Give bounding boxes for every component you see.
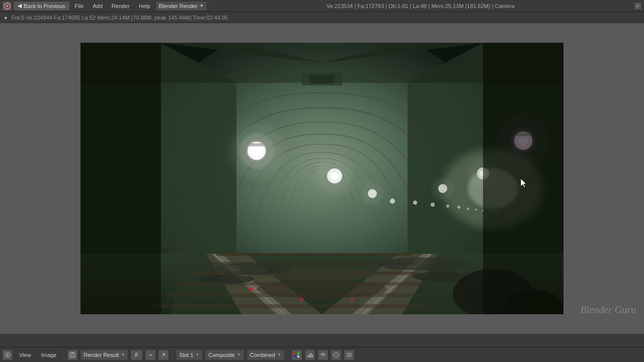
render-engine-dropdown[interactable]: Blender Render ▼ bbox=[155, 1, 207, 11]
render-menu[interactable]: Render bbox=[108, 1, 134, 11]
tunnel-render-svg bbox=[80, 43, 564, 314]
svg-rect-93 bbox=[309, 354, 310, 357]
top-menu-bar: ◀ Back to Previous File Add Render Help … bbox=[0, 0, 644, 12]
combined-arrow-icon: ▼ bbox=[277, 352, 281, 357]
info-bar: ● Fra:0 Ve:224944 Fa:174685 La:52 Mem:24… bbox=[0, 12, 644, 23]
waveform-icon bbox=[319, 351, 327, 358]
composite-arrow-icon: ▼ bbox=[237, 352, 241, 357]
properties-icon bbox=[346, 351, 353, 358]
svg-rect-78 bbox=[80, 43, 161, 314]
svg-rect-86 bbox=[71, 352, 74, 354]
blender-guru-logo: Blender Guru bbox=[580, 304, 636, 316]
vectorscope-icon-button[interactable] bbox=[331, 349, 342, 360]
info-dot-icon: ● bbox=[4, 15, 8, 21]
composite-label: Composite bbox=[208, 352, 235, 358]
svg-rect-89 bbox=[297, 352, 299, 354]
save-icon bbox=[69, 351, 76, 358]
remove-slot-button[interactable]: ✕ bbox=[158, 349, 169, 360]
svg-rect-79 bbox=[483, 43, 564, 314]
svg-point-1 bbox=[6, 5, 8, 7]
help-menu[interactable]: Help bbox=[135, 1, 154, 11]
dropdown-arrow-icon: ▼ bbox=[200, 4, 204, 8]
separator-3 bbox=[288, 350, 288, 360]
combined-label: Combined bbox=[250, 352, 275, 358]
vectorscope-icon bbox=[333, 351, 340, 358]
view-menu-bottom[interactable]: View bbox=[15, 350, 35, 360]
composite-dropdown[interactable]: Composite ▼ bbox=[205, 349, 245, 360]
channels-icon-button[interactable] bbox=[291, 349, 302, 360]
svg-rect-92 bbox=[307, 355, 308, 357]
bottom-bar: View Image Render Result ▼ F + ✕ Slot 1 … bbox=[0, 347, 644, 362]
maximize-button[interactable]: ⤢ bbox=[634, 2, 642, 10]
slot-label: Slot 1 bbox=[179, 352, 193, 358]
separator-1 bbox=[63, 350, 64, 360]
waveform-icon-button[interactable] bbox=[317, 349, 329, 360]
view-icon-button[interactable] bbox=[2, 349, 13, 360]
blender-icon-button[interactable] bbox=[2, 1, 12, 11]
svg-rect-94 bbox=[310, 353, 311, 357]
separator-2 bbox=[172, 350, 173, 360]
properties-icon-button[interactable] bbox=[344, 349, 355, 360]
svg-rect-88 bbox=[294, 352, 296, 354]
render-image[interactable] bbox=[80, 43, 564, 314]
add-slot-button[interactable]: + bbox=[145, 349, 156, 360]
svg-rect-95 bbox=[312, 354, 313, 357]
plus-icon: + bbox=[149, 352, 152, 358]
slot-dropdown[interactable]: Slot 1 ▼ bbox=[176, 349, 203, 360]
add-menu[interactable]: Add bbox=[89, 1, 107, 11]
top-stats: Ve:223534 | Fa:172793 | Ob:1-81 | La:48 … bbox=[208, 3, 633, 9]
back-to-previous-button[interactable]: ◀ Back to Previous bbox=[13, 1, 70, 11]
back-arrow-icon: ◀ bbox=[18, 3, 22, 9]
render-result-arrow-icon: ▼ bbox=[121, 352, 125, 357]
render-result-label: Render Result bbox=[84, 352, 119, 358]
svg-rect-82 bbox=[309, 74, 335, 83]
svg-rect-91 bbox=[297, 355, 299, 357]
render-engine-label: Blender Render bbox=[159, 3, 198, 9]
svg-rect-87 bbox=[71, 355, 74, 357]
histogram-icon-button[interactable] bbox=[304, 349, 315, 360]
view-icon bbox=[4, 351, 11, 358]
channels-icon bbox=[293, 351, 300, 358]
render-result-dropdown[interactable]: Render Result ▼ bbox=[80, 349, 128, 360]
image-menu-bottom[interactable]: Image bbox=[37, 350, 61, 360]
f-button[interactable]: F bbox=[130, 349, 143, 360]
window-controls: ⤢ bbox=[634, 2, 642, 10]
combined-dropdown[interactable]: Combined ▼ bbox=[247, 349, 285, 360]
svg-rect-90 bbox=[294, 355, 296, 357]
svg-point-84 bbox=[7, 354, 9, 356]
file-menu[interactable]: File bbox=[71, 1, 88, 11]
slot-arrow-icon: ▼ bbox=[195, 352, 199, 357]
histogram-icon bbox=[306, 351, 313, 358]
canvas-area: Blender Guru bbox=[0, 23, 644, 334]
info-text: Fra:0 Ve:224944 Fa:174685 La:52 Mem:24.1… bbox=[12, 15, 228, 21]
save-icon-button[interactable] bbox=[67, 349, 78, 360]
close-icon: ✕ bbox=[162, 351, 166, 358]
